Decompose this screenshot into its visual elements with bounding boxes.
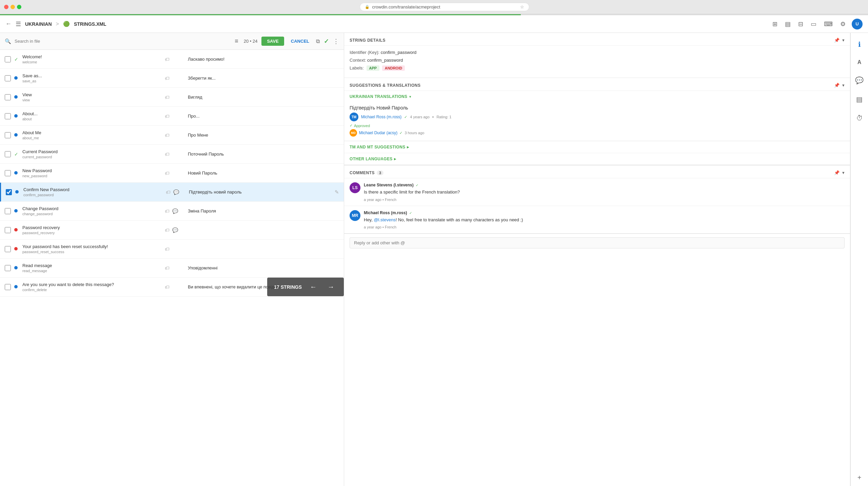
- row-checkbox[interactable]: [5, 113, 11, 119]
- filter-icon[interactable]: ≡: [233, 36, 240, 46]
- labels-label: Labels:: [350, 65, 364, 70]
- tag-icon: 🏷: [165, 76, 170, 81]
- translation-text: Ласкаво просимо!: [185, 57, 339, 62]
- settings-icon[interactable]: ⚙: [839, 19, 847, 29]
- source-text: Password recovery: [22, 225, 165, 230]
- comment-author-name: Leane Stevens (l.stevens) ✓: [364, 182, 845, 187]
- edit-translation-button[interactable]: ✎: [335, 189, 339, 195]
- info-icon[interactable]: ℹ: [856, 38, 863, 50]
- comments-title-group: COMMENTS 3: [350, 170, 383, 175]
- string-row[interactable]: ✓ Welcome! welcome 🏷 Ласкаво просимо!: [0, 50, 344, 69]
- tag-icon: 🏷: [166, 189, 171, 195]
- app-toolbar: ← ☰ UKRAINIAN > 🟢 STRINGS.XML ⊞ ▤ ⊟ ▭ ⌨ …: [0, 15, 868, 33]
- source-text-container: Your password has been reset successfull…: [22, 244, 165, 254]
- status-indicator: ✓: [14, 57, 20, 62]
- source-text-container: Read message read_message: [22, 263, 165, 273]
- verified-icon: ✓: [404, 115, 407, 119]
- ukrainian-translations-header[interactable]: UKRAINIAN TRANSLATIONS ▾: [344, 91, 850, 102]
- string-rows: ✓ Welcome! welcome 🏷 Ласкаво просимо! Sa…: [0, 50, 344, 486]
- collapse-icon[interactable]: ▾: [842, 83, 845, 88]
- tag-icon: 🏷: [165, 95, 170, 100]
- bookmark-icon: ☆: [520, 4, 524, 9]
- status-indicator: [14, 208, 20, 214]
- string-row[interactable]: Password recovery password_recovery 🏷 💬: [0, 221, 344, 240]
- row-checkbox[interactable]: [5, 132, 11, 138]
- save-button[interactable]: SAVE: [261, 37, 284, 46]
- cancel-button[interactable]: CANCEL: [288, 37, 312, 46]
- translate-icon[interactable]: A: [855, 57, 864, 67]
- source-text: About...: [22, 111, 165, 116]
- row-checkbox[interactable]: [5, 284, 11, 290]
- source-text: Confirm New Password: [23, 187, 166, 192]
- string-row[interactable]: Are you sure you want to delete this mes…: [0, 278, 344, 297]
- string-row[interactable]: Change Password change_password 🏷 💬 Змін…: [0, 202, 344, 221]
- collapse-icon[interactable]: ▾: [842, 38, 845, 43]
- history-icon[interactable]: ⏱: [854, 112, 865, 124]
- address-bar[interactable]: 🔒 crowdin.com/translate/acmeproject ☆: [360, 3, 529, 11]
- string-row-active[interactable]: Confirm New Password confirm_password 🏷 …: [0, 183, 344, 202]
- string-row[interactable]: Save as... save_as 🏷 Зберегти як...: [0, 69, 344, 88]
- status-indicator: [14, 284, 20, 289]
- row-checkbox[interactable]: [5, 246, 11, 252]
- approve-button[interactable]: ✓: [324, 38, 329, 45]
- string-row[interactable]: Your password has been reset successfull…: [0, 240, 344, 259]
- row-checkbox[interactable]: [5, 151, 11, 157]
- tm-suggestions-link[interactable]: TM AND MT SUGGESTIONS ▸: [344, 141, 850, 153]
- status-indicator: [14, 265, 20, 270]
- main-layout: 🔍 ≡ 20 • 24 SAVE CANCEL ⧉ ✓ ⋮ ✓ Welcome!…: [0, 33, 868, 486]
- row-checkbox[interactable]: [5, 56, 11, 62]
- source-key: welcome: [22, 60, 165, 64]
- view-mode-icon[interactable]: ▤: [784, 19, 792, 29]
- translation-text: Уповідомленні: [185, 265, 339, 270]
- tag-icon: 🏷: [165, 57, 170, 62]
- status-indicator: [15, 189, 21, 195]
- pin-icon[interactable]: 📌: [834, 83, 840, 88]
- other-languages-link[interactable]: OTHER LANGUAGES ▸: [344, 153, 850, 165]
- reply-input[interactable]: [350, 237, 845, 248]
- next-string-button[interactable]: →: [325, 282, 337, 292]
- pin-icon[interactable]: 📌: [834, 38, 840, 43]
- menu-button[interactable]: ☰: [16, 20, 21, 28]
- verified-icon: ✓: [416, 183, 418, 187]
- mention-link[interactable]: @l.stevens: [374, 217, 396, 222]
- copy-icon[interactable]: ⧉: [316, 38, 320, 44]
- keyboard-icon[interactable]: ⌨: [823, 19, 834, 29]
- comments-section: COMMENTS 3 📌 ▾ LS Leane Stevens (l.steve…: [344, 165, 850, 252]
- comment-time: a year ago: [364, 225, 381, 229]
- string-row[interactable]: About Me about_me 🏷 Про Мене: [0, 126, 344, 145]
- status-indicator: [14, 95, 20, 100]
- minimize-button[interactable]: [11, 5, 15, 9]
- row-checkbox[interactable]: [5, 208, 11, 214]
- split-icon[interactable]: ⊟: [797, 19, 805, 29]
- row-checkbox[interactable]: [5, 94, 11, 100]
- string-row[interactable]: About... about 🏷 Про...: [0, 107, 344, 126]
- preview-icon[interactable]: ▭: [809, 19, 818, 29]
- layout-icon[interactable]: ⊞: [771, 19, 779, 29]
- collapse-icon[interactable]: ▾: [842, 170, 845, 175]
- row-checkbox[interactable]: [5, 227, 11, 233]
- string-row[interactable]: Read message read_message 🏷 Уповідомленн…: [0, 259, 344, 278]
- other-label: OTHER LANGUAGES: [350, 157, 393, 161]
- close-button[interactable]: [4, 5, 8, 9]
- layers-icon[interactable]: ▤: [854, 93, 865, 105]
- row-icons: 🏷: [165, 284, 185, 290]
- user-avatar[interactable]: U: [852, 19, 863, 29]
- file-name: STRINGS.XML: [74, 21, 106, 27]
- row-checkbox[interactable]: [5, 170, 11, 176]
- maximize-button[interactable]: [17, 5, 21, 9]
- approved-label: Approved: [354, 124, 370, 128]
- pin-icon[interactable]: 📌: [834, 170, 840, 175]
- string-row[interactable]: ✓ Current Password current_password 🏷 По…: [0, 145, 344, 164]
- row-checkbox[interactable]: [6, 189, 12, 195]
- string-row[interactable]: View view 🏷 Вигляд: [0, 88, 344, 107]
- prev-string-button[interactable]: ←: [307, 282, 319, 292]
- add-icon[interactable]: +: [855, 472, 864, 484]
- more-options-button[interactable]: ⋮: [333, 38, 339, 45]
- search-input[interactable]: [15, 39, 230, 44]
- back-button[interactable]: ←: [5, 20, 12, 27]
- comments-icon[interactable]: 💬: [853, 74, 866, 86]
- row-checkbox[interactable]: [5, 265, 11, 271]
- row-checkbox[interactable]: [5, 75, 11, 81]
- row-icons: 🏷: [165, 246, 185, 252]
- string-row[interactable]: New Password new_password 🏷 Новий Пароль: [0, 164, 344, 183]
